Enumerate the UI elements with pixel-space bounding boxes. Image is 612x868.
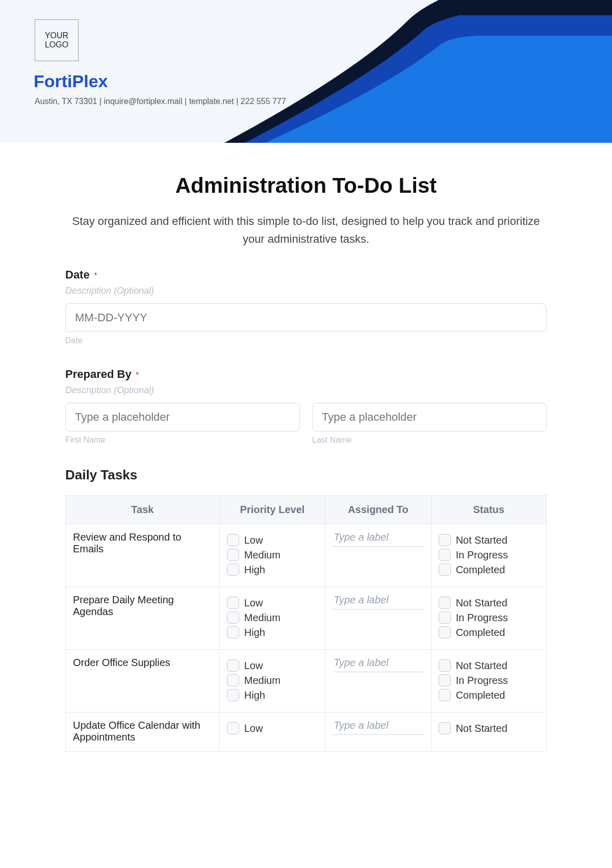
status-option-label: Not Started (456, 660, 507, 672)
assigned-to-input[interactable] (333, 594, 423, 609)
status-option-label: Not Started (456, 534, 507, 546)
checkbox-icon[interactable] (439, 597, 451, 609)
prepared-by-desc: Description (Optional) (65, 385, 547, 396)
checkbox-icon[interactable] (227, 674, 239, 686)
priority-cell: LowMediumHigh (219, 524, 325, 587)
status-option-label: Not Started (456, 723, 507, 734)
date-label: Date (65, 268, 90, 281)
checkbox-icon[interactable] (439, 534, 451, 546)
page-title: Administration To-Do List (65, 173, 547, 198)
status-option[interactable]: Not Started (439, 659, 539, 672)
brand-name: FortiPlex (34, 71, 108, 91)
assigned-to-input[interactable] (333, 531, 423, 547)
tasks-table: Task Priority Level Assigned To Status R… (65, 495, 547, 752)
status-cell: Not StartedIn ProgressCompleted (431, 587, 546, 650)
checkbox-icon[interactable] (227, 534, 239, 546)
priority-option-label: Low (244, 723, 263, 734)
status-option[interactable]: Completed (439, 626, 539, 639)
first-name-sub: First Name (65, 436, 300, 445)
priority-option[interactable]: Medium (227, 611, 318, 624)
table-row: Review and Respond to EmailsLowMediumHig… (66, 524, 547, 587)
status-option[interactable]: Not Started (439, 534, 539, 546)
task-cell: Review and Respond to Emails (66, 524, 220, 587)
priority-option[interactable]: Low (227, 659, 318, 672)
status-option-label: Completed (456, 627, 505, 639)
checkbox-icon[interactable] (227, 689, 239, 701)
assigned-to-cell (325, 712, 431, 752)
priority-option-label: Low (244, 534, 263, 546)
priority-option-label: Medium (244, 612, 280, 624)
priority-cell: Low (219, 712, 325, 752)
status-option-label: Not Started (456, 597, 507, 609)
checkbox-icon[interactable] (227, 564, 239, 576)
task-cell: Update Office Calendar with Appointments (66, 712, 220, 752)
th-assigned: Assigned To (325, 496, 431, 524)
checkbox-icon[interactable] (227, 597, 239, 609)
priority-option[interactable]: High (227, 689, 318, 701)
checkbox-icon[interactable] (439, 722, 451, 734)
table-row: Prepare Daily Meeting AgendasLowMediumHi… (66, 587, 547, 650)
status-option-label: Completed (456, 690, 505, 701)
status-option[interactable]: Not Started (439, 597, 539, 609)
status-option[interactable]: In Progress (439, 549, 539, 561)
priority-option[interactable]: Medium (227, 549, 318, 561)
checkbox-icon[interactable] (227, 611, 239, 624)
status-cell: Not StartedIn ProgressCompleted (431, 650, 546, 712)
priority-option[interactable]: Low (227, 722, 318, 734)
status-option[interactable]: Completed (439, 689, 539, 701)
logo-placeholder: YOUR LOGO (35, 19, 79, 61)
th-priority: Priority Level (219, 496, 325, 524)
priority-option[interactable]: Low (227, 597, 318, 609)
prepared-by-label: Prepared By (65, 368, 132, 380)
checkbox-icon[interactable] (227, 549, 239, 561)
checkbox-icon[interactable] (439, 564, 451, 576)
first-name-input[interactable] (65, 403, 300, 431)
checkbox-icon[interactable] (439, 674, 451, 686)
checkbox-icon[interactable] (227, 659, 239, 672)
checkbox-icon[interactable] (439, 611, 451, 624)
task-cell: Order Office Supplies (66, 650, 220, 712)
priority-option[interactable]: High (227, 564, 318, 576)
checkbox-icon[interactable] (227, 626, 239, 639)
priority-option-label: High (244, 690, 265, 701)
date-input[interactable] (65, 303, 547, 332)
contact-line: Austin, TX 73301 | inquire@fortiplex.mai… (35, 97, 286, 106)
date-sublabel: Date (65, 336, 547, 345)
priority-option[interactable]: Medium (227, 674, 318, 686)
checkbox-icon[interactable] (439, 689, 451, 701)
last-name-input[interactable] (312, 403, 547, 431)
priority-cell: LowMediumHigh (219, 587, 325, 650)
header: YOUR LOGO FortiPlex Austin, TX 73301 | i… (0, 0, 612, 143)
date-desc: Description (Optional) (65, 286, 547, 296)
checkbox-icon[interactable] (439, 626, 451, 639)
assigned-to-cell (325, 587, 431, 650)
status-option-label: In Progress (456, 549, 508, 561)
status-option[interactable]: In Progress (439, 611, 539, 624)
assigned-to-cell (325, 650, 431, 712)
status-option-label: In Progress (456, 612, 508, 624)
priority-option[interactable]: Low (227, 534, 318, 546)
priority-option-label: Medium (244, 675, 280, 686)
status-option[interactable]: Completed (439, 564, 539, 576)
status-option-label: Completed (456, 564, 505, 576)
status-option[interactable]: Not Started (439, 722, 539, 734)
main-content: Administration To-Do List Stay organized… (0, 143, 612, 752)
table-row: Update Office Calendar with Appointments… (66, 712, 547, 752)
status-option[interactable]: In Progress (439, 674, 539, 686)
assigned-to-cell (325, 524, 431, 587)
priority-option-label: Medium (244, 549, 280, 561)
status-option-label: In Progress (456, 675, 508, 686)
checkbox-icon[interactable] (227, 722, 239, 734)
checkbox-icon[interactable] (439, 549, 451, 561)
th-task: Task (66, 496, 220, 524)
prepared-by-block: Prepared By * Description (Optional) Fir… (65, 368, 547, 445)
priority-option[interactable]: High (227, 626, 318, 639)
task-cell: Prepare Daily Meeting Agendas (66, 587, 220, 650)
assigned-to-input[interactable] (333, 657, 423, 672)
priority-option-label: Low (244, 597, 263, 609)
last-name-sub: Last Name (312, 436, 547, 445)
page-subhead: Stay organized and efficient with this s… (65, 212, 547, 248)
assigned-to-input[interactable] (333, 720, 423, 735)
checkbox-icon[interactable] (439, 659, 451, 672)
logo-text: YOUR LOGO (35, 31, 78, 50)
